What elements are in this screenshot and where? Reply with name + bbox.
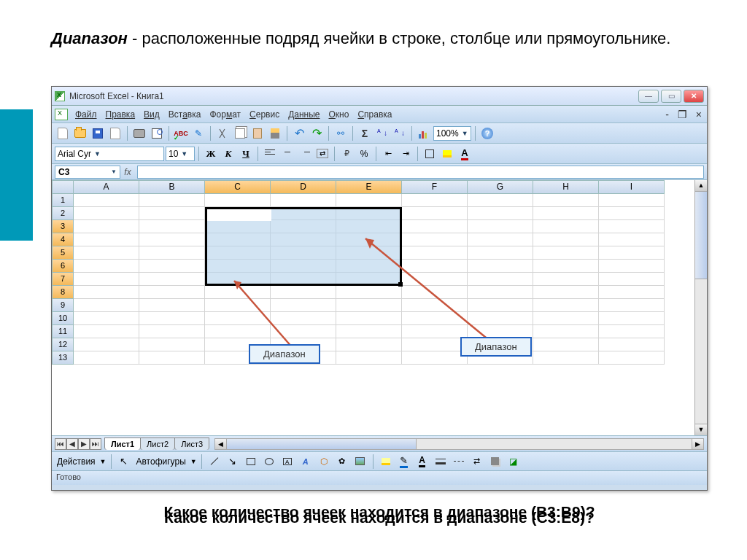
select-objects-button[interactable]: ↖ — [116, 454, 132, 470]
tab-prev-icon[interactable]: ◀ — [66, 438, 78, 450]
align-center-button[interactable] — [279, 146, 295, 162]
chart-wizard-button[interactable] — [416, 125, 432, 141]
row-4[interactable]: 4 — [52, 233, 74, 246]
col-b[interactable]: B — [139, 180, 205, 194]
row-11[interactable]: 11 — [52, 325, 74, 338]
doc-close-button[interactable]: × — [694, 109, 704, 120]
permission-button[interactable] — [107, 125, 123, 141]
font-name-dropdown[interactable]: Arial Cyr▼ — [55, 147, 164, 161]
open-button[interactable] — [72, 125, 88, 141]
align-right-button[interactable] — [297, 146, 313, 162]
undo-button[interactable]: ↶ — [291, 125, 307, 141]
bold-button[interactable]: Ж — [203, 146, 219, 162]
autoshapes-menu[interactable]: Автофигуры — [134, 456, 188, 467]
save-button[interactable] — [90, 125, 106, 141]
scroll-up-button[interactable]: ▲ — [695, 180, 707, 192]
copy-button[interactable] — [232, 125, 248, 141]
clipart-tool[interactable]: ✿ — [334, 454, 350, 470]
hyperlink-button[interactable]: ⚯ — [333, 125, 349, 141]
font-size-dropdown[interactable]: 10▼ — [166, 147, 195, 161]
draw-actions-menu[interactable]: Действия — [55, 456, 98, 467]
row-12[interactable]: 12 — [52, 338, 74, 351]
redo-button[interactable]: ↷ — [309, 125, 325, 141]
merge-center-button[interactable]: ⇄ — [314, 146, 330, 162]
row-8[interactable]: 8 — [52, 286, 74, 299]
hscroll-thumb[interactable] — [227, 439, 417, 449]
spellcheck-button[interactable]: ABC — [173, 125, 189, 141]
new-button[interactable] — [55, 125, 71, 141]
col-a[interactable]: A — [74, 180, 139, 194]
menu-help[interactable]: Справка — [353, 108, 396, 121]
line-tool[interactable] — [206, 454, 222, 470]
row-3[interactable]: 3 — [52, 220, 74, 233]
increase-indent-button[interactable]: ⇥ — [398, 146, 414, 162]
row-9[interactable]: 9 — [52, 299, 74, 312]
cut-button[interactable] — [214, 125, 231, 141]
col-f[interactable]: F — [402, 180, 468, 194]
paste-button[interactable] — [249, 125, 266, 141]
research-button[interactable]: ✎ — [190, 125, 206, 141]
underline-button[interactable]: Ч — [238, 146, 254, 162]
decrease-indent-button[interactable]: ⇤ — [380, 146, 396, 162]
fx-button[interactable]: fx — [120, 167, 135, 177]
font-color-button[interactable]: A — [457, 146, 473, 162]
line-style-tool[interactable] — [433, 454, 449, 470]
sheet-tab-1[interactable]: Лист1 — [104, 438, 141, 450]
shadow-tool[interactable] — [487, 454, 503, 470]
3d-tool[interactable]: ◪ — [506, 454, 522, 470]
document-icon[interactable] — [55, 109, 68, 120]
doc-max-button[interactable]: ❐ — [676, 109, 689, 120]
col-g[interactable]: G — [468, 180, 533, 194]
wordart-tool[interactable]: A — [298, 454, 314, 470]
preview-button[interactable] — [149, 125, 165, 141]
rect-tool[interactable] — [243, 454, 259, 470]
col-i[interactable]: I — [599, 180, 665, 194]
row-13[interactable]: 13 — [52, 351, 74, 365]
menu-view[interactable]: Вид — [139, 108, 164, 121]
minimize-button[interactable]: — — [638, 90, 659, 103]
menu-tools[interactable]: Сервис — [245, 108, 284, 121]
align-left-button[interactable] — [262, 146, 278, 162]
scroll-left-button[interactable]: ◀ — [215, 439, 227, 449]
horizontal-scrollbar[interactable]: ◀ ▶ — [214, 438, 704, 450]
row-7[interactable]: 7 — [52, 273, 74, 286]
tab-first-icon[interactable]: ⏮ — [55, 438, 66, 450]
currency-button[interactable]: ₽ — [338, 146, 355, 162]
dash-style-tool[interactable] — [451, 454, 467, 470]
tab-nav-buttons[interactable]: ⏮ ◀ ▶ ⏭ — [55, 438, 101, 450]
menu-file[interactable]: Файл — [71, 108, 101, 121]
doc-restore-button[interactable]: - — [663, 109, 671, 120]
vertical-scrollbar[interactable]: ▲ ▼ — [694, 180, 707, 435]
menu-window[interactable]: Окно — [325, 108, 354, 121]
arrow-style-tool[interactable]: ⇄ — [469, 454, 485, 470]
tab-next-icon[interactable]: ▶ — [78, 438, 90, 450]
textbox-tool[interactable]: A — [279, 454, 295, 470]
help-button[interactable]: ? — [479, 125, 495, 141]
row-5[interactable]: 5 — [52, 246, 74, 260]
borders-button[interactable] — [422, 146, 438, 162]
oval-tool[interactable] — [261, 454, 277, 470]
select-all-corner[interactable] — [52, 180, 74, 194]
close-button[interactable]: ✕ — [684, 90, 704, 103]
spreadsheet-grid[interactable]: A B C D E F G H I 1 2 3 4 5 6 7 8 9 10 1… — [52, 180, 707, 435]
sort-asc-button[interactable] — [374, 125, 390, 141]
row-6[interactable]: 6 — [52, 260, 74, 273]
fill-color-tool[interactable] — [378, 454, 394, 470]
sort-desc-button[interactable] — [392, 125, 408, 141]
menu-insert[interactable]: Вставка — [164, 108, 206, 121]
name-box[interactable]: C3▼ — [55, 166, 120, 179]
fill-color-button[interactable] — [439, 146, 455, 162]
tab-last-icon[interactable]: ⏭ — [90, 438, 101, 450]
line-color-tool[interactable]: ✎ — [396, 454, 412, 470]
row-2[interactable]: 2 — [52, 207, 74, 220]
scroll-down-button[interactable]: ▼ — [695, 424, 707, 435]
menu-data[interactable]: Данные — [284, 108, 324, 121]
menu-edit[interactable]: Правка — [101, 108, 140, 121]
autosum-button[interactable]: Σ — [357, 125, 373, 141]
col-e[interactable]: E — [336, 180, 402, 194]
row-10[interactable]: 10 — [52, 312, 74, 325]
col-d[interactable]: D — [271, 180, 336, 194]
row-1[interactable]: 1 — [52, 194, 74, 207]
diagram-tool[interactable]: ⬡ — [316, 454, 332, 470]
arrow-tool[interactable]: ↘ — [225, 454, 241, 470]
